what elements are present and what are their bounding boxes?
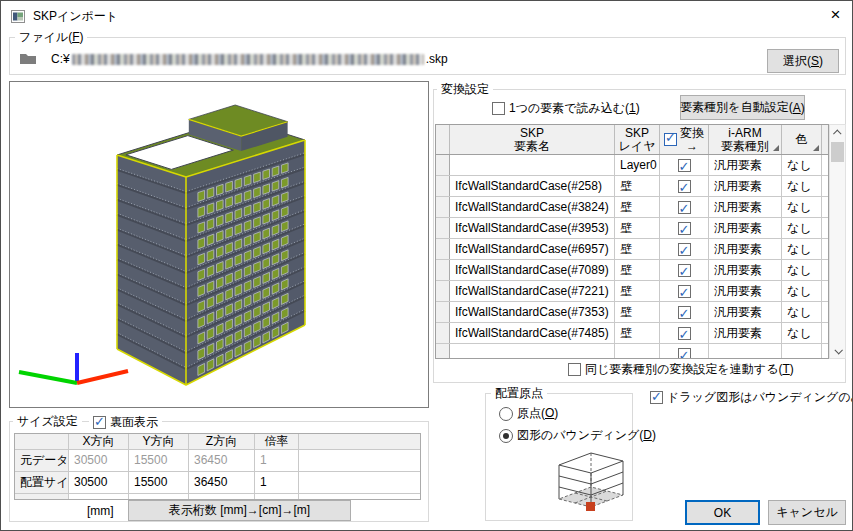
convert-checkbox[interactable] bbox=[678, 222, 691, 235]
cancel-button[interactable]: キャンセル bbox=[768, 500, 846, 525]
size-value-cell[interactable]: 1 bbox=[255, 472, 299, 493]
header-color[interactable]: 色 bbox=[782, 125, 822, 154]
cell-iarm-type[interactable]: 汎用要素 bbox=[709, 218, 782, 238]
cell-color[interactable]: なし bbox=[782, 302, 822, 322]
row-selector[interactable] bbox=[436, 176, 450, 196]
cell-iarm-type[interactable]: 汎用要素 bbox=[709, 197, 782, 217]
header-skp-name[interactable]: SKP 要素名 bbox=[450, 125, 615, 154]
table-row[interactable]: IfcWallStandardCase(#3953)壁汎用要素なし bbox=[436, 218, 828, 239]
cell-iarm-type[interactable]: 汎用要素 bbox=[709, 155, 782, 175]
cell-convert[interactable] bbox=[660, 218, 709, 238]
convert-checkbox[interactable] bbox=[678, 327, 691, 340]
titlebar[interactable]: SKPインポート × bbox=[1, 1, 852, 31]
scrollbar-thumb[interactable] bbox=[831, 142, 844, 162]
cell-iarm-type[interactable]: 汎用要素 bbox=[709, 281, 782, 301]
convert-checkbox[interactable] bbox=[678, 264, 691, 277]
cell-skp-layer[interactable]: 壁 bbox=[615, 281, 660, 301]
drag-bounding-checkbox-box[interactable] bbox=[650, 391, 663, 404]
convert-checkbox[interactable] bbox=[678, 306, 691, 319]
cell-skp-layer[interactable]: 壁 bbox=[615, 218, 660, 238]
link-same-type-checkbox-box[interactable] bbox=[568, 363, 581, 376]
row-selector[interactable] bbox=[436, 302, 450, 322]
cell-skp-name[interactable]: IfcWallStandardCase(#7353) bbox=[450, 302, 615, 322]
cell-convert[interactable] bbox=[660, 155, 709, 175]
cell-color[interactable] bbox=[782, 344, 822, 359]
link-same-type-checkbox[interactable]: 同じ要素種別の変換設定を連動する(T) bbox=[568, 361, 794, 378]
origin-radio-circle[interactable] bbox=[499, 407, 513, 421]
bounding-radio[interactable]: 図形のバウンディング(D) bbox=[499, 427, 656, 444]
cell-color[interactable]: なし bbox=[782, 155, 822, 175]
cell-skp-name[interactable] bbox=[450, 344, 615, 359]
select-file-button[interactable]: 選択(S) bbox=[767, 49, 839, 73]
cell-skp-name[interactable]: IfcWallStandardCase(#258) bbox=[450, 176, 615, 196]
origin-radio[interactable]: 原点(O) bbox=[499, 405, 558, 422]
load-as-one-checkbox-box[interactable] bbox=[492, 102, 505, 115]
cell-color[interactable]: なし bbox=[782, 239, 822, 259]
backface-checkbox-box[interactable] bbox=[93, 416, 106, 429]
conversion-table[interactable]: SKP 要素名 SKP レイヤ 変換 → i-ARM 要素種別 bbox=[435, 124, 829, 359]
table-row[interactable]: IfcWallStandardCase(#7353)壁汎用要素なし bbox=[436, 302, 828, 323]
cell-convert[interactable] bbox=[660, 281, 709, 301]
scroll-down-icon[interactable] bbox=[830, 343, 845, 358]
cell-color[interactable]: なし bbox=[782, 218, 822, 238]
row-selector[interactable] bbox=[436, 197, 450, 217]
load-as-one-checkbox[interactable]: 1つの要素で読み込む(1) bbox=[492, 100, 640, 117]
cell-skp-layer[interactable]: 壁 bbox=[615, 197, 660, 217]
convert-checkbox[interactable] bbox=[678, 243, 691, 256]
cell-convert[interactable] bbox=[660, 239, 709, 259]
header-iarm-type[interactable]: i-ARM 要素種別 bbox=[709, 125, 782, 154]
convert-checkbox[interactable] bbox=[678, 201, 691, 214]
table-row[interactable]: IfcWallStandardCase(#6957)壁汎用要素なし bbox=[436, 239, 828, 260]
cell-iarm-type[interactable]: 汎用要素 bbox=[709, 302, 782, 322]
convert-checkbox[interactable] bbox=[678, 180, 691, 193]
table-row[interactable]: IfcWallStandardCase(#3824)壁汎用要素なし bbox=[436, 197, 828, 218]
cell-skp-name[interactable]: IfcWallStandardCase(#7485) bbox=[450, 323, 615, 343]
cell-convert[interactable] bbox=[660, 176, 709, 196]
cell-color[interactable]: なし bbox=[782, 323, 822, 343]
row-selector[interactable] bbox=[436, 155, 450, 175]
convert-checkbox[interactable] bbox=[678, 285, 691, 298]
cell-convert[interactable] bbox=[660, 323, 709, 343]
cell-iarm-type[interactable]: 汎用要素 bbox=[709, 323, 782, 343]
cell-color[interactable]: なし bbox=[782, 281, 822, 301]
display-digits-button[interactable]: 表示桁数 [mm]→[cm]→[m] bbox=[128, 500, 351, 521]
convert-checkbox[interactable] bbox=[678, 159, 691, 172]
cell-skp-layer[interactable]: 壁 bbox=[615, 323, 660, 343]
table-row[interactable]: IfcWallStandardCase(#258)壁汎用要素なし bbox=[436, 176, 828, 197]
scroll-up-icon[interactable] bbox=[830, 125, 845, 140]
cell-convert[interactable] bbox=[660, 302, 709, 322]
table-row[interactable]: Layer0汎用要素なし bbox=[436, 155, 828, 176]
cell-skp-layer[interactable]: 壁 bbox=[615, 239, 660, 259]
row-selector[interactable] bbox=[436, 323, 450, 343]
table-row[interactable] bbox=[436, 344, 828, 359]
table-row[interactable]: IfcWallStandardCase(#7221)壁汎用要素なし bbox=[436, 281, 828, 302]
bounding-radio-circle[interactable] bbox=[499, 429, 513, 443]
table-scrollbar[interactable] bbox=[829, 124, 846, 359]
cell-skp-name[interactable]: IfcWallStandardCase(#6957) bbox=[450, 239, 615, 259]
cell-skp-layer[interactable]: 壁 bbox=[615, 260, 660, 280]
size-value-cell[interactable]: 36450 bbox=[189, 472, 255, 493]
drag-bounding-checkbox[interactable]: ドラッグ図形はバウンディングのみ(R) bbox=[650, 389, 853, 406]
convert-all-checkbox[interactable] bbox=[664, 133, 677, 146]
row-selector[interactable] bbox=[436, 260, 450, 280]
cell-color[interactable]: なし bbox=[782, 176, 822, 196]
cell-skp-name[interactable]: IfcWallStandardCase(#3953) bbox=[450, 218, 615, 238]
table-row[interactable]: IfcWallStandardCase(#7485)壁汎用要素なし bbox=[436, 323, 828, 344]
cell-convert[interactable] bbox=[660, 197, 709, 217]
row-selector[interactable] bbox=[436, 344, 450, 359]
auto-set-type-button[interactable]: 要素種別を自動設定(A) bbox=[680, 95, 805, 120]
cell-iarm-type[interactable]: 汎用要素 bbox=[709, 239, 782, 259]
row-selector[interactable] bbox=[436, 218, 450, 238]
cell-skp-layer[interactable]: 壁 bbox=[615, 176, 660, 196]
row-selector[interactable] bbox=[436, 281, 450, 301]
cell-convert[interactable] bbox=[660, 344, 709, 359]
cell-convert[interactable] bbox=[660, 260, 709, 280]
table-row[interactable]: IfcWallStandardCase(#7089)壁汎用要素なし bbox=[436, 260, 828, 281]
close-icon[interactable]: × bbox=[819, 1, 852, 31]
ok-button[interactable]: OK bbox=[685, 500, 760, 525]
cell-skp-name[interactable] bbox=[450, 155, 615, 175]
cell-skp-layer[interactable]: Layer0 bbox=[615, 155, 660, 175]
cell-skp-layer[interactable] bbox=[615, 344, 660, 359]
cell-color[interactable]: なし bbox=[782, 260, 822, 280]
header-skp-layer[interactable]: SKP レイヤ bbox=[615, 125, 660, 154]
